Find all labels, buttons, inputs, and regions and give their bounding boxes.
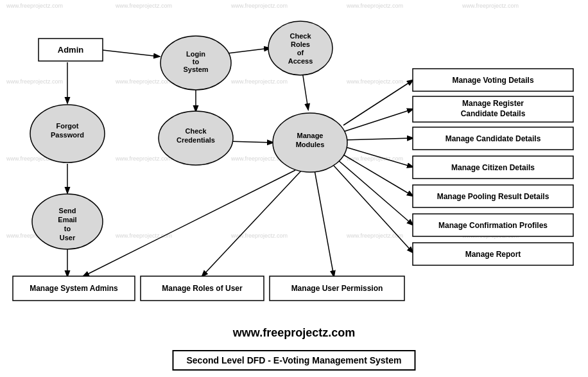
send-email-label1: Send [59, 207, 76, 215]
arrow-modules-register [343, 109, 413, 132]
watermark: www.freeprojectz.com [346, 232, 403, 239]
arrow-modules-candidate [343, 138, 413, 140]
check-roles-label1: Check [290, 32, 311, 40]
manage-roles-label: Manage Roles of User [162, 284, 243, 293]
login-label3: System [183, 66, 208, 73]
check-creds-label2: Credentials [177, 136, 215, 144]
manage-user-perm-label: Manage User Permission [291, 284, 383, 293]
arrow-modules-voting [343, 80, 413, 125]
arrow-modules-sysadmins [83, 170, 295, 276]
footer-url: www.freeprojectz.com [0, 326, 588, 340]
manage-system-admins-label: Manage System Admins [30, 284, 118, 293]
watermark: www.freeprojectz.com [230, 232, 288, 239]
footer-title: Second Level DFD - E-Voting Management S… [172, 350, 415, 371]
watermark: www.freeprojectz.com [462, 3, 519, 9]
send-email-label3: to [64, 225, 71, 232]
manage-citizen-label: Manage Citizen Details [451, 163, 535, 172]
watermark: www.freeprojectz.com [230, 3, 288, 9]
manage-candidate-label: Manage Candidate Details [445, 134, 541, 143]
watermark: www.freeprojectz.com [115, 155, 172, 162]
forgot-label1: Forgot [56, 122, 79, 130]
manage-modules-label2: Modules [296, 141, 325, 148]
diagram-container: www.freeprojectz.com www.freeprojectz.co… [0, 0, 588, 377]
watermark: www.freeprojectz.com [6, 78, 63, 85]
check-roles-label2: Roles [291, 40, 310, 48]
manage-register-label1: Manage Register [462, 99, 524, 108]
dfd-diagram: www.freeprojectz.com www.freeprojectz.co… [0, 0, 588, 377]
watermark: www.freeprojectz.com [115, 78, 172, 85]
check-roles-label3: of [297, 49, 304, 57]
watermark: www.freeprojectz.com [230, 78, 288, 85]
arrow-modules-report [334, 166, 413, 252]
send-email-label4: User [60, 234, 76, 241]
manage-pooling-label: Manage Pooling Result Details [437, 192, 549, 201]
watermark: www.freeprojectz.com [346, 3, 403, 9]
manage-report-label: Manage Report [465, 250, 521, 259]
arrow-checkcreds-modules [228, 141, 273, 143]
arrow-modules-userperm [315, 170, 334, 276]
check-creds-label1: Check [185, 127, 207, 135]
manage-confirmation-label: Manage Confirmation Profiles [438, 221, 548, 230]
watermark: www.freeprojectz.com [6, 3, 63, 9]
manage-modules-label1: Manage [297, 132, 324, 139]
arrow-login-checkroles [228, 48, 270, 53]
login-label: Login [186, 50, 205, 58]
forgot-label2: Password [51, 131, 84, 139]
arrow-modules-roles [202, 170, 302, 276]
admin-label: Admin [58, 45, 84, 55]
arrow-modules-confirmation [337, 159, 413, 225]
check-roles-label4: Access [288, 57, 313, 65]
check-roles-node [268, 21, 333, 75]
login-label2: to [193, 58, 200, 66]
manage-voting-label: Manage Voting Details [452, 76, 533, 85]
manage-register-label2: Candidate Details [461, 109, 526, 118]
watermark: www.freeprojectz.com [346, 78, 403, 85]
watermark: www.freeprojectz.com [115, 3, 172, 9]
arrow-admin-login [103, 50, 159, 57]
send-email-label2: Email [58, 216, 76, 224]
